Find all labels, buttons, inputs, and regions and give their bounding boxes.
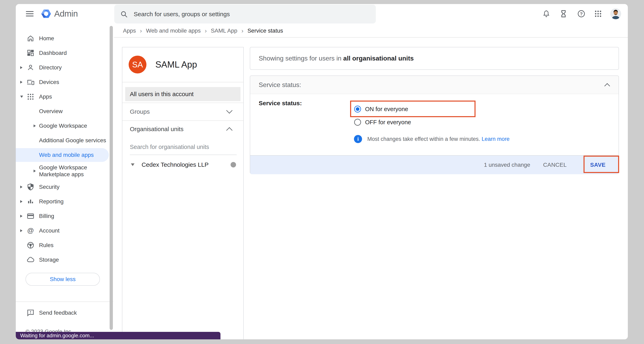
expand-right-icon [20,66,22,69]
org-unit-name: Cedex Technologies LLP [142,161,208,168]
home-icon [26,34,35,43]
status-text: Waiting for admin.google.com... [20,332,94,339]
search-icon [120,10,128,18]
unsaved-changes-text: 1 unsaved change [484,162,530,168]
breadcrumb-web-and-mobile-apps[interactable]: Web and mobile apps [146,28,201,34]
section-header[interactable]: Service status: [250,76,618,94]
breadcrumb-separator: › [241,27,243,34]
org-unit-search-input[interactable] [130,141,237,153]
scope-banner: Showing settings for users in all organi… [250,47,619,70]
sidebar-divider [16,301,113,302]
sidebar-item-apps[interactable]: Apps [16,90,113,104]
breadcrumb-separator: › [140,27,142,34]
breadcrumb-current: Service status [247,28,283,34]
sidebar-item-directory[interactable]: Directory [16,60,113,75]
chevron-up-icon [226,127,232,133]
expand-right-icon [20,186,22,188]
expand-right-icon [20,81,22,84]
admin-brand[interactable]: Admin [41,9,78,19]
sidebar-item-marketplace-apps[interactable]: Google Workspace Marketplace apps [16,162,113,180]
expand-right-icon [34,170,36,172]
app-title: SAML App [155,60,197,70]
svg-text:@: @ [27,227,34,234]
breadcrumb-separator: › [205,27,207,34]
notifications-bell-icon[interactable] [542,9,551,18]
sidebar-scrollbar[interactable] [110,26,113,330]
learn-more-link[interactable]: Learn more [482,136,510,142]
global-search[interactable] [114,5,376,24]
apps-icon [26,93,35,101]
org-units-section-header[interactable]: Organisational units [122,121,243,137]
info-icon: i [354,135,362,143]
org-unit-search[interactable] [130,141,237,155]
apps-grid-icon[interactable] [594,9,602,18]
sidebar-nav: Home Dashboard [16,31,113,339]
radio-unselected-icon[interactable] [354,119,361,126]
divider [122,82,243,82]
send-feedback-button[interactable]: Send feedback [16,305,113,320]
service-status-card: Service status: Service status: ON for e… [250,76,619,174]
tree-expand-icon[interactable] [131,164,134,166]
sidebar-item-billing[interactable]: Billing [16,209,113,223]
sidebar-item-web-and-mobile-apps[interactable]: Web and mobile apps [16,148,113,162]
breadcrumb-saml-app[interactable]: SAML App [211,28,237,34]
sidebar-item-additional-google-services[interactable]: Additional Google services [16,133,113,148]
sidebar-item-dashboard[interactable]: Dashboard [16,46,113,60]
feedback-icon [26,308,35,317]
org-unit-status-dot [230,162,236,168]
breadcrumb: Apps › Web and mobile apps › SAML App › … [114,24,628,38]
expand-right-icon [20,200,22,203]
save-footer: 1 unsaved change CANCEL SAVE [250,155,618,174]
sidebar-item-rules[interactable]: Rules [16,238,113,252]
screen: Admin ? [0,0,644,344]
note-text: Most changes take effect within a few mi… [367,136,480,142]
scope-target: all organisational units [343,55,414,62]
shield-icon [26,183,35,191]
chevron-down-icon [226,107,232,114]
menu-icon[interactable] [26,11,34,17]
sidebar-item-devices[interactable]: Devices [16,75,113,90]
show-less-button[interactable]: Show less [26,273,100,286]
brand-title: Admin [54,9,78,19]
sidebar-item-storage[interactable]: Storage [16,252,113,267]
search-input[interactable] [133,11,356,18]
at-sign-icon: @ [26,226,35,235]
field-label: Service status: [259,100,302,107]
credit-card-icon [26,212,35,220]
admin-logo-icon [41,9,51,19]
radio-on-for-everyone[interactable]: ON for everyone [354,106,408,113]
steering-wheel-icon [26,241,35,249]
section-title: Service status: [259,81,301,89]
expand-down-icon [20,96,23,98]
person-icon [26,63,35,72]
org-unit-root-row[interactable]: Cedex Technologies LLP [122,158,243,171]
all-users-item[interactable]: All users in this account [125,87,240,101]
app-avatar-badge: SA [129,56,146,74]
sidebar-item-account[interactable]: @ Account [16,223,113,238]
info-note-row: i Most changes take effect within a few … [354,135,510,143]
user-avatar[interactable] [610,8,621,19]
cloud-icon [26,256,35,264]
sidebar-item-home[interactable]: Home [16,31,113,46]
help-icon[interactable]: ? [577,9,586,18]
scope-prefix: Showing settings for users in [259,55,342,62]
tasks-hourglass-icon[interactable] [559,9,568,18]
groups-section-header[interactable]: Groups [122,103,243,120]
radio-selected-icon[interactable] [354,106,361,113]
svg-text:?: ? [580,11,583,17]
devices-icon [26,78,35,86]
save-button[interactable]: SAVE [590,162,606,168]
sidebar-item-security[interactable]: Security [16,180,113,194]
expand-right-icon [34,124,36,127]
radio-off-for-everyone[interactable]: OFF for everyone [354,119,411,126]
cancel-button[interactable]: CANCEL [543,162,567,168]
admin-console-window: Admin ? [16,4,628,339]
browser-status-bar: Waiting for admin.google.com... [16,332,220,339]
breadcrumb-apps[interactable]: Apps [123,28,136,34]
expand-right-icon [20,215,22,217]
sidebar-item-reporting[interactable]: Reporting [16,194,113,209]
sidebar-item-google-workspace[interactable]: Google Workspace [16,119,113,133]
sidebar-item-overview[interactable]: Overview [16,104,113,119]
bar-chart-icon [26,197,35,206]
dashboard-icon [26,49,35,57]
